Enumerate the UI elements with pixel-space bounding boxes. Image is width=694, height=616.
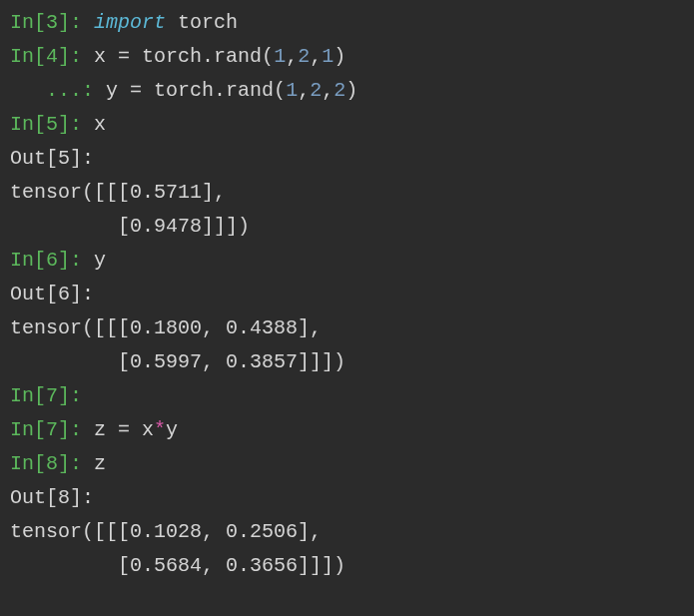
assign-op: =	[130, 79, 142, 102]
variable: y	[106, 79, 118, 102]
prompt-out: Out[5]:	[10, 147, 94, 170]
code-line-6: In[6]: y	[10, 244, 684, 278]
continuation-prompt: ...:	[10, 79, 106, 102]
code-line-11: Out[8]:	[10, 481, 684, 515]
variable: x	[94, 113, 106, 136]
prompt-in: In[4]:	[10, 45, 94, 68]
output-line: tensor([[[0.1028, 0.2506],	[10, 515, 684, 549]
prompt-out: Out[6]:	[10, 283, 94, 306]
prompt-in: In[3]:	[10, 11, 94, 34]
number-literal: 1	[322, 45, 334, 68]
code-line-7: Out[6]:	[10, 278, 684, 311]
prompt-in: In[6]:	[10, 249, 94, 272]
prompt-out: Out[8]:	[10, 486, 94, 509]
output-line: [0.5684, 0.3656]]])	[10, 549, 684, 583]
function-call: torch.rand	[154, 79, 274, 102]
tensor-output: tensor([[[0.1028, 0.2506],	[10, 520, 322, 543]
code-line-5: Out[5]:	[10, 142, 684, 176]
code-line-3: ...: y = torch.rand(1,2,2)	[10, 74, 684, 108]
number-literal: 2	[310, 79, 322, 102]
number-literal: 2	[334, 79, 346, 102]
keyword-import: import	[94, 11, 166, 34]
assign-op: =	[118, 45, 130, 68]
code-line-8: In[7]:	[10, 379, 684, 413]
code-line-1: In[3]: import torch	[10, 6, 684, 40]
number-literal: 1	[286, 79, 298, 102]
code-line-4: In[5]: x	[10, 108, 684, 142]
variable: y	[94, 249, 106, 272]
code-line-10: In[8]: z	[10, 447, 684, 481]
variable: z	[94, 418, 106, 441]
variable: z	[94, 452, 106, 475]
variable: y	[166, 418, 178, 441]
prompt-in: In[7]:	[10, 384, 82, 407]
tensor-output: [0.5684, 0.3656]]])	[10, 554, 346, 577]
code-line-9: In[7]: z = x*y	[10, 413, 684, 447]
tensor-output: [0.5997, 0.3857]]])	[10, 350, 346, 373]
assign-op: =	[118, 418, 130, 441]
output-line: [0.9478]]])	[10, 210, 684, 244]
prompt-in: In[7]:	[10, 418, 94, 441]
number-literal: 1	[274, 45, 286, 68]
tensor-output: [0.9478]]])	[10, 215, 250, 238]
number-literal: 2	[298, 45, 310, 68]
variable: x	[94, 45, 106, 68]
tensor-output: tensor([[[0.5711],	[10, 181, 226, 204]
function-call: torch.rand	[142, 45, 262, 68]
code-line-2: In[4]: x = torch.rand(1,2,1)	[10, 40, 684, 74]
tensor-output: tensor([[[0.1800, 0.4388],	[10, 316, 322, 339]
prompt-in: In[8]:	[10, 452, 94, 475]
module-name: torch	[178, 11, 238, 34]
output-line: tensor([[[0.5711],	[10, 176, 684, 210]
multiply-op: *	[154, 418, 166, 441]
variable: x	[142, 418, 154, 441]
output-line: [0.5997, 0.3857]]])	[10, 345, 684, 379]
prompt-in: In[5]:	[10, 113, 94, 136]
output-line: tensor([[[0.1800, 0.4388],	[10, 311, 684, 345]
